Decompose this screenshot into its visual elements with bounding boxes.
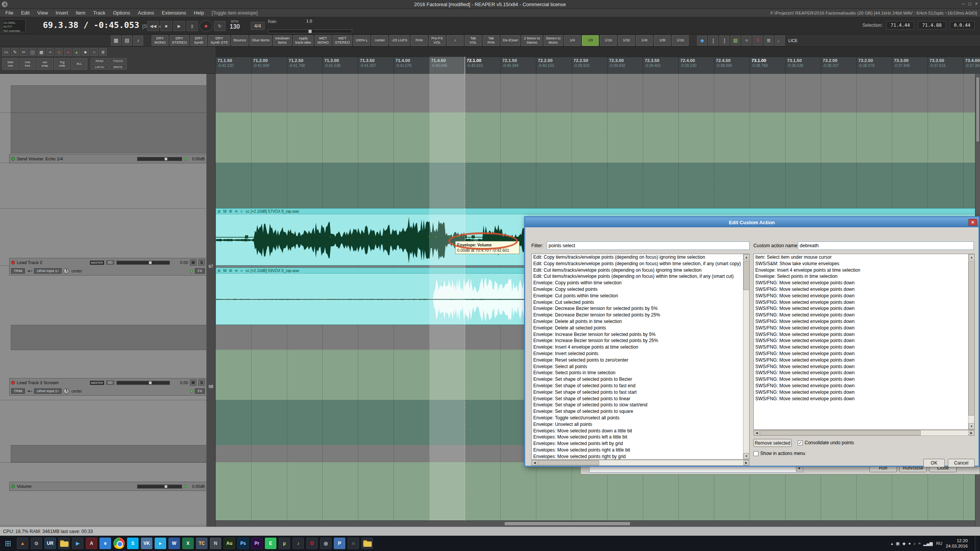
duplicate-icon[interactable]: ◫ (29, 48, 36, 56)
volume-slider[interactable] (137, 484, 182, 489)
dialog-titlebar[interactable]: Edit Custom Action × (525, 217, 978, 227)
toolbar-button[interactable]: 100% L (353, 35, 370, 46)
bpm-display[interactable]: BPM 130 (230, 20, 240, 30)
action-list-item[interactable]: Envelope: Set shape of selected points t… (532, 408, 742, 415)
fx-button[interactable]: FX (195, 268, 205, 274)
cancel-button[interactable]: Cancel (948, 459, 975, 467)
trim-button[interactable]: TRIM (11, 388, 25, 394)
selected-action-item[interactable]: SWS/FNG: Move selected envelope points d… (754, 331, 967, 338)
automation-mode-button[interactable]: WRITE (109, 64, 127, 70)
action-list-item[interactable]: Envelopes: Move selected points left a l… (532, 434, 742, 440)
menu-item[interactable]: Insert (52, 9, 72, 16)
item-lanes-icon[interactable]: ▤ (122, 36, 132, 46)
media-item-header[interactable]: ≣ M Φ ✕ ≈ cc [+2.10dB] 57VOX 8_rap.wav (216, 209, 980, 214)
item-header-icons[interactable]: ≣ M Φ ✕ ≈ (217, 269, 243, 273)
action-list-item[interactable]: Envelope: Decrease Bezier tension for se… (532, 305, 742, 312)
track-header-volume[interactable]: Volume 0.00dB (9, 482, 207, 491)
selected-action-item[interactable]: SWS/FNG: Move selected envelope points d… (754, 305, 967, 312)
collapsed-track-block[interactable] (11, 445, 207, 463)
custom-action-name-input[interactable] (798, 241, 974, 250)
io-button[interactable]: I/O (106, 380, 114, 385)
monitor-speaker-icon[interactable]: ◄» (27, 269, 32, 273)
toolbar-button[interactable]: DRY Synth STE (208, 35, 230, 46)
selected-action-item[interactable]: Envelope: Select points in time selectio… (754, 273, 967, 280)
metronome2-icon[interactable]: ♩ (775, 36, 785, 46)
opera-icon[interactable]: O (306, 538, 318, 549)
selected-action-item[interactable]: SWS/FNG: Move selected envelope points d… (754, 325, 967, 331)
consolidate-undo-checkbox[interactable]: ✓ Consolidate undo points (798, 440, 854, 445)
toolbar-button[interactable]: 1/16 (672, 35, 689, 46)
maximize-button[interactable]: □ (969, 1, 971, 7)
pan-knob[interactable] (64, 268, 69, 274)
toolbar-button[interactable]: DRY Synth (190, 35, 207, 46)
paint-icon[interactable]: P (334, 538, 345, 549)
toolbar-button[interactable]: mixdown items (273, 35, 292, 46)
automation-mode-button[interactable]: READ (91, 58, 108, 64)
action-list-item[interactable]: Envelope: Select points in time selectio… (532, 370, 742, 376)
pencil-tool-icon[interactable]: ✎ (11, 48, 19, 56)
selected-action-item[interactable]: SWS/FNG: Move selected envelope points d… (754, 293, 967, 299)
fx-enabled-icon[interactable] (184, 158, 187, 160)
selected-action-item[interactable]: SWS/FNG: Move selected envelope points d… (754, 280, 967, 286)
chrome-icon[interactable] (113, 538, 125, 549)
collapsed-track-block[interactable] (11, 325, 207, 350)
selection-length[interactable]: 0.0.44 (950, 21, 975, 29)
taskbar-clock[interactable]: 12:20 24.03.2016 (946, 538, 968, 549)
input-selector[interactable]: UR44 Input 1○ (34, 268, 62, 274)
toolbar-button[interactable]: 1/8 (582, 35, 599, 46)
trim-button[interactable]: TRIM (11, 268, 25, 274)
mute-button[interactable]: M (190, 380, 196, 386)
action-list-item[interactable]: Envelopes: Move selected points left by … (532, 440, 742, 447)
panel-toolbar-button[interactable]: Uns free (20, 58, 36, 70)
show-desktop-button[interactable] (973, 536, 976, 551)
action-list-item[interactable]: Envelope: Copy points within time select… (532, 280, 742, 286)
action-list-item[interactable]: Envelope: Select all points (532, 364, 742, 370)
pause-button[interactable]: || (186, 21, 198, 31)
list-icon[interactable]: ≣ (99, 48, 107, 56)
loop-end-icon[interactable]: ] (719, 36, 729, 46)
action-list-item[interactable]: Envelope: Delete all points in time sele… (532, 318, 742, 325)
panel-toolbar-button[interactable]: vax snap (37, 58, 53, 70)
selected-actions-vertical-scrollbar[interactable]: ▲ ▼ (968, 254, 974, 429)
dialog-close-button[interactable]: × (969, 219, 977, 226)
toolbar-button[interactable]: 1/32 (618, 35, 635, 46)
remove-selected-button[interactable]: Remove selected (753, 439, 792, 447)
toolbar-button[interactable]: Tak VOL (465, 35, 482, 46)
record-dot-icon[interactable]: ● (64, 48, 72, 56)
toolbar-button[interactable]: 1/8t (654, 35, 671, 46)
toolbar-button[interactable]: ♪ (447, 35, 464, 46)
action-list-item[interactable]: Envelope: Invert selected points (532, 350, 742, 357)
selected-action-item[interactable]: SWS/FNG: Move selected envelope points d… (754, 383, 967, 389)
transport-time-display[interactable]: 69.3.38 / -0:45.053[Stopped] (43, 20, 163, 30)
selected-action-item[interactable]: SWS/FNG: Move selected envelope points d… (754, 370, 967, 376)
start-button[interactable]: ⊞ (0, 536, 16, 551)
toolbar-button[interactable]: Stereo to Mono (544, 35, 563, 46)
track-name[interactable]: Lead Track 3 Scream (17, 380, 88, 385)
action-list-item[interactable]: Envelope: Cut points within time selecti… (532, 293, 742, 299)
selected-action-item[interactable]: SWS/FNG: Move selected envelope points d… (754, 396, 967, 402)
selected-actions-horizontal-scrollbar[interactable]: ◀ ▶ (753, 430, 975, 436)
stop-icon[interactable]: ■ (82, 48, 89, 56)
toolbar-button[interactable]: De-Esser (501, 35, 521, 46)
menu-item[interactable]: Actions (134, 9, 158, 16)
selected-action-item[interactable]: SWS/FNG: Move selected envelope points d… (754, 312, 967, 318)
action-list[interactable]: Edit: Copy items/tracks/envelope points … (531, 254, 750, 460)
action-list-item[interactable]: Envelope: Reset selected points to zero/… (532, 357, 742, 364)
mute-button[interactable]: M (190, 259, 196, 266)
fx-button[interactable]: FX (195, 388, 205, 394)
pan-knob[interactable] (64, 388, 69, 394)
toolbar-button[interactable]: 1/4 (564, 35, 581, 46)
telegram-icon[interactable]: ▸ (155, 538, 166, 549)
loop-start-icon[interactable]: [ (708, 36, 718, 46)
timeline-ruler[interactable]: 71.1.50 -0:42.230 71.2.00 -0:41.999 71.2… (216, 57, 980, 74)
selected-action-item[interactable]: SWS/FNG: Move selected envelope points d… (754, 286, 967, 293)
show-in-actions-menu-checkbox[interactable]: Show in actions menu (753, 451, 805, 456)
toolbar-button[interactable]: 1/4t (636, 35, 653, 46)
toolbar-button[interactable]: -23 LUFS (389, 35, 410, 46)
word-icon[interactable]: W (168, 538, 180, 549)
record-arm-icon[interactable] (11, 381, 15, 385)
track-header-send-volume[interactable]: Send Volume: Echo 1/4 0.00dB (9, 154, 207, 163)
envelope-icon[interactable]: ≈ (742, 36, 751, 46)
toolbar-button[interactable]: DRY STEREO (170, 35, 189, 46)
vk-icon[interactable]: VK (141, 538, 152, 549)
